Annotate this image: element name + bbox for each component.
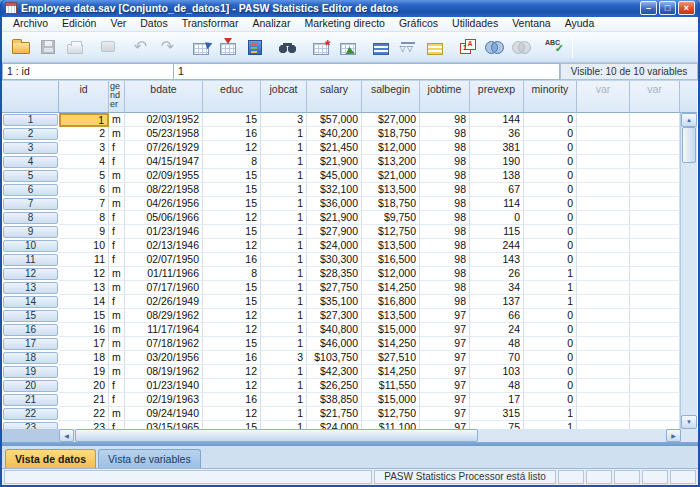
cell[interactable]: 0 bbox=[524, 337, 577, 351]
cell[interactable]: 0 bbox=[524, 309, 577, 323]
cell[interactable]: $38,850 bbox=[307, 393, 362, 407]
cell[interactable]: m bbox=[109, 127, 125, 141]
cell[interactable]: 1 bbox=[261, 379, 307, 393]
cell[interactable]: 15 bbox=[203, 113, 261, 127]
cell[interactable]: $36,000 bbox=[307, 197, 362, 211]
maximize-button[interactable]: □ bbox=[659, 1, 676, 15]
cell[interactable]: 1 bbox=[524, 267, 577, 281]
weight-cases-button[interactable] bbox=[394, 34, 421, 60]
cell[interactable]: 09/24/1940 bbox=[125, 407, 203, 421]
cell[interactable]: 66 bbox=[470, 309, 524, 323]
cell[interactable] bbox=[577, 197, 630, 211]
cell[interactable]: 03/15/1965 bbox=[125, 421, 203, 429]
cell[interactable]: f bbox=[109, 393, 125, 407]
cell[interactable]: 07/17/1960 bbox=[125, 281, 203, 295]
cell[interactable]: 1 bbox=[261, 197, 307, 211]
cell[interactable]: m bbox=[109, 407, 125, 421]
column-header-gender[interactable]: gender bbox=[109, 81, 125, 113]
menu-gr-ficos[interactable]: Gráficos bbox=[392, 16, 445, 31]
cell[interactable] bbox=[577, 421, 630, 429]
cell[interactable]: 98 bbox=[420, 225, 470, 239]
menu-ayuda[interactable]: Ayuda bbox=[558, 16, 602, 31]
row-number-button[interactable]: 16 bbox=[3, 324, 58, 336]
cell[interactable] bbox=[577, 127, 630, 141]
row-number-button[interactable]: 22 bbox=[3, 408, 58, 420]
cell[interactable] bbox=[577, 337, 630, 351]
cell[interactable] bbox=[630, 351, 680, 365]
scroll-down-button[interactable] bbox=[681, 415, 697, 429]
cell[interactable] bbox=[630, 239, 680, 253]
menu-analizar[interactable]: Analizar bbox=[245, 16, 297, 31]
cell[interactable]: $27,000 bbox=[362, 113, 420, 127]
cell[interactable]: 02/26/1949 bbox=[125, 295, 203, 309]
cell[interactable] bbox=[630, 155, 680, 169]
goto-case-button[interactable] bbox=[187, 34, 214, 60]
cell[interactable]: 03/20/1956 bbox=[125, 351, 203, 365]
cell[interactable]: 98 bbox=[420, 253, 470, 267]
cell[interactable]: $13,500 bbox=[362, 183, 420, 197]
cell[interactable]: 5 bbox=[59, 169, 109, 183]
cell[interactable]: $28,350 bbox=[307, 267, 362, 281]
cell[interactable] bbox=[630, 295, 680, 309]
cell[interactable]: $12,750 bbox=[362, 407, 420, 421]
cell[interactable]: 21 bbox=[59, 393, 109, 407]
cell[interactable]: 0 bbox=[524, 183, 577, 197]
cell[interactable]: m bbox=[109, 267, 125, 281]
cell[interactable]: $27,510 bbox=[362, 351, 420, 365]
cell[interactable]: f bbox=[109, 253, 125, 267]
cell[interactable]: f bbox=[109, 295, 125, 309]
cell[interactable]: $24,000 bbox=[307, 421, 362, 429]
goto-variable-button[interactable] bbox=[214, 34, 241, 60]
vertical-scrollbar[interactable] bbox=[680, 81, 697, 429]
cell[interactable]: 2 bbox=[59, 127, 109, 141]
selected-cell[interactable]: 1 bbox=[59, 113, 109, 127]
cell[interactable]: 12 bbox=[203, 309, 261, 323]
cell[interactable]: 114 bbox=[470, 197, 524, 211]
cell[interactable]: 17 bbox=[470, 393, 524, 407]
cell[interactable]: m bbox=[109, 169, 125, 183]
row-number-button[interactable]: 2 bbox=[3, 128, 58, 140]
cell[interactable]: 6 bbox=[59, 183, 109, 197]
cell[interactable]: $40,800 bbox=[307, 323, 362, 337]
cell[interactable]: 16 bbox=[59, 323, 109, 337]
column-header-prevexp[interactable]: prevexp bbox=[470, 81, 524, 113]
cell[interactable]: $12,000 bbox=[362, 267, 420, 281]
cell[interactable]: 1 bbox=[261, 281, 307, 295]
cell[interactable]: 3 bbox=[59, 141, 109, 155]
cell[interactable]: 381 bbox=[470, 141, 524, 155]
cell[interactable]: 12 bbox=[203, 407, 261, 421]
row-number-button[interactable]: 18 bbox=[3, 352, 58, 364]
cell[interactable]: 0 bbox=[524, 239, 577, 253]
row-number-button[interactable]: 10 bbox=[3, 240, 58, 252]
cell[interactable]: 26 bbox=[470, 267, 524, 281]
cell[interactable]: 8 bbox=[203, 267, 261, 281]
cell[interactable]: 0 bbox=[524, 127, 577, 141]
cell[interactable]: 1 bbox=[524, 295, 577, 309]
cell[interactable] bbox=[577, 113, 630, 127]
cell[interactable]: f bbox=[109, 239, 125, 253]
cell[interactable] bbox=[577, 267, 630, 281]
cell[interactable]: $14,250 bbox=[362, 365, 420, 379]
cell[interactable] bbox=[630, 379, 680, 393]
cell[interactable]: $9,750 bbox=[362, 211, 420, 225]
cell[interactable]: 15 bbox=[203, 197, 261, 211]
cell[interactable]: m bbox=[109, 337, 125, 351]
column-header-bdate[interactable]: bdate bbox=[125, 81, 203, 113]
cell[interactable] bbox=[630, 253, 680, 267]
row-number-button[interactable]: 15 bbox=[3, 310, 58, 322]
cell[interactable]: $12,750 bbox=[362, 225, 420, 239]
cell[interactable] bbox=[577, 351, 630, 365]
cell[interactable]: m bbox=[109, 323, 125, 337]
cell[interactable]: 97 bbox=[420, 379, 470, 393]
cell[interactable]: f bbox=[109, 211, 125, 225]
cell[interactable]: 1 bbox=[261, 365, 307, 379]
cell[interactable]: $57,000 bbox=[307, 113, 362, 127]
cell[interactable]: 98 bbox=[420, 127, 470, 141]
cell[interactable] bbox=[577, 169, 630, 183]
cell[interactable] bbox=[630, 281, 680, 295]
cell[interactable]: m bbox=[109, 197, 125, 211]
cell[interactable]: 05/06/1966 bbox=[125, 211, 203, 225]
column-header-jobtime[interactable]: jobtime bbox=[420, 81, 470, 113]
cell[interactable]: 05/23/1958 bbox=[125, 127, 203, 141]
cell[interactable]: 98 bbox=[420, 239, 470, 253]
